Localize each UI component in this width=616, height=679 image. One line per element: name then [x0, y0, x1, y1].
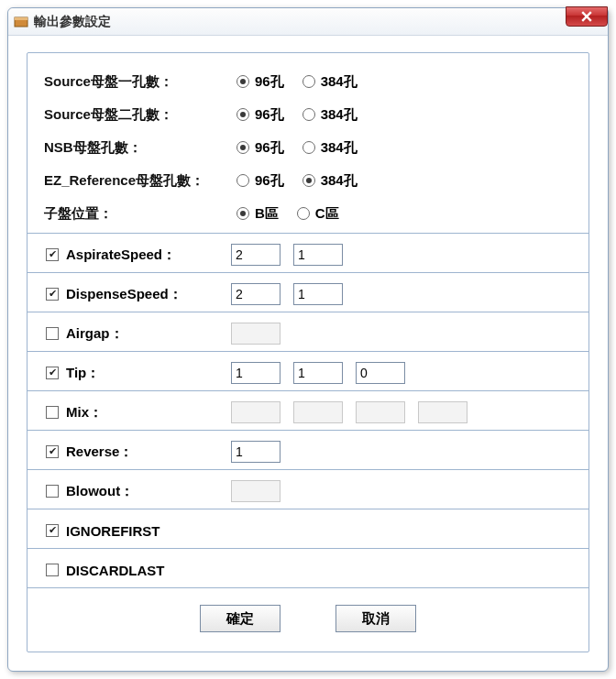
input-aspirate-2[interactable] [293, 244, 343, 266]
dialog-window: 輸出參數設定 Source母盤一孔數： 96孔 384孔 Source母盤二孔數… [7, 7, 609, 672]
input-mix-2 [293, 401, 343, 423]
label-mix: Mix： [66, 404, 231, 422]
radio-ez-96[interactable]: 96孔 [236, 172, 284, 190]
radio-ez-384[interactable]: 384孔 [302, 172, 358, 190]
close-button[interactable] [566, 6, 608, 27]
titlebar: 輸出參數設定 [8, 8, 608, 36]
radio-source-1-96[interactable]: 96孔 [236, 73, 284, 91]
window-title: 輸出參數設定 [34, 14, 111, 30]
divider [28, 509, 588, 509]
divider [28, 351, 588, 352]
row-airgap: Airgap： [44, 316, 572, 351]
input-blowout-1 [231, 480, 280, 502]
checkbox-reverse[interactable] [46, 445, 59, 458]
row-tip: Tip： [44, 356, 572, 390]
label-child-pos: 子盤位置： [44, 205, 236, 223]
label-airgap: Airgap： [66, 325, 231, 343]
row-mix: Mix： [44, 395, 572, 430]
label-blowout: Blowout： [66, 483, 231, 500]
label-source-2: Source母盤二孔數： [44, 106, 236, 124]
input-tip-2[interactable] [293, 362, 343, 384]
input-tip-3[interactable] [356, 362, 405, 384]
checkbox-ignorefirst[interactable] [46, 524, 59, 537]
radio-nsb-384[interactable]: 384孔 [302, 139, 358, 157]
label-source-1: Source母盤一孔數： [44, 73, 236, 91]
checkbox-aspirate[interactable] [46, 248, 59, 261]
label-reverse: Reverse： [66, 444, 231, 461]
radio-icon [236, 207, 249, 220]
label-ez-ref: EZ_Reference母盤孔數： [44, 172, 236, 190]
radio-source-2-384[interactable]: 384孔 [302, 106, 358, 124]
radio-icon [302, 75, 315, 88]
input-reverse-1[interactable] [231, 441, 280, 463]
radio-icon [302, 141, 315, 154]
input-mix-3 [356, 401, 405, 423]
label-tip: Tip： [66, 365, 231, 382]
divider [28, 233, 588, 234]
input-tip-1[interactable] [231, 362, 280, 384]
dialog-content: Source母盤一孔數： 96孔 384孔 Source母盤二孔數： 96孔 3… [27, 52, 589, 652]
input-airgap-1 [231, 323, 280, 345]
input-dispense-2[interactable] [293, 283, 343, 305]
radio-icon [236, 141, 249, 154]
divider [28, 469, 588, 470]
divider [28, 312, 588, 312]
radio-icon [297, 207, 310, 220]
checkbox-discardlast[interactable] [46, 564, 59, 576]
divider [28, 587, 588, 588]
checkbox-airgap[interactable] [46, 327, 59, 340]
checkbox-blowout[interactable] [46, 485, 59, 498]
row-reverse: Reverse： [44, 434, 572, 469]
button-row: 確定 取消 [44, 605, 572, 632]
radio-child-b[interactable]: B區 [236, 205, 279, 223]
radio-source-1-384[interactable]: 384孔 [302, 73, 358, 91]
checkbox-mix[interactable] [46, 406, 59, 419]
cancel-button[interactable]: 取消 [336, 605, 416, 632]
label-nsb: NSB母盤孔數： [44, 139, 236, 157]
row-source-1: Source母盤一孔數： 96孔 384孔 [44, 68, 572, 95]
input-dispense-1[interactable] [231, 283, 280, 305]
row-source-2: Source母盤二孔數： 96孔 384孔 [44, 101, 572, 128]
row-dispense: DispenseSpeed： [44, 277, 572, 312]
label-dispense: DispenseSpeed： [66, 286, 231, 303]
row-blowout: Blowout： [44, 474, 572, 509]
row-ez-ref: EZ_Reference母盤孔數： 96孔 384孔 [44, 167, 572, 194]
radio-nsb-96[interactable]: 96孔 [236, 139, 284, 157]
input-mix-4 [418, 401, 468, 423]
ok-button[interactable]: 確定 [200, 605, 280, 632]
radio-icon [236, 75, 249, 88]
row-aspirate: AspirateSpeed： [44, 237, 572, 272]
divider [28, 548, 588, 549]
radio-icon [236, 108, 249, 121]
input-aspirate-1[interactable] [231, 244, 280, 266]
divider [28, 390, 588, 391]
checkbox-tip[interactable] [46, 367, 59, 379]
svg-rect-1 [15, 17, 28, 20]
radio-source-2-96[interactable]: 96孔 [236, 106, 284, 124]
checkbox-dispense[interactable] [46, 288, 59, 301]
close-icon [581, 11, 592, 22]
row-child-pos: 子盤位置： B區 C區 [44, 200, 572, 227]
row-discardlast: DISCARDLAST [44, 553, 572, 587]
radio-icon [302, 174, 315, 187]
radio-child-c[interactable]: C區 [297, 205, 339, 223]
radio-icon [302, 108, 315, 121]
label-ignorefirst: IGNOREFIRST [66, 523, 231, 539]
divider [28, 272, 588, 273]
label-aspirate: AspirateSpeed： [66, 246, 231, 264]
divider [28, 430, 588, 431]
radio-icon [236, 174, 249, 187]
label-discardlast: DISCARDLAST [66, 563, 231, 578]
app-icon [14, 15, 28, 29]
input-mix-1 [231, 401, 280, 423]
row-nsb: NSB母盤孔數： 96孔 384孔 [44, 134, 572, 161]
row-ignorefirst: IGNOREFIRST [44, 513, 572, 548]
